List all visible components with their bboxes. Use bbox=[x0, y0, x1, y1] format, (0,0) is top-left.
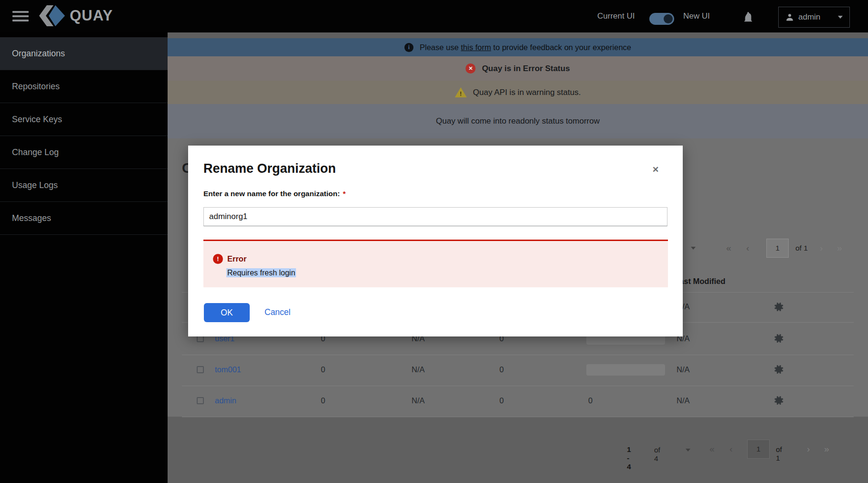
readonly-status-text: Quay will come into readonly status tomo… bbox=[436, 116, 600, 126]
org-name-input[interactable] bbox=[203, 207, 667, 226]
sidebar-item-change-log[interactable]: Change Log bbox=[0, 136, 168, 169]
per-page-caret-icon[interactable] bbox=[686, 449, 690, 452]
gear-icon[interactable] bbox=[772, 363, 784, 376]
feedback-text-suffix: to provide feedback on your experience bbox=[493, 43, 631, 52]
quay-logo-icon bbox=[39, 5, 65, 26]
required-asterisk: * bbox=[340, 189, 346, 198]
gear-icon[interactable] bbox=[772, 332, 784, 345]
chevron-down-icon bbox=[838, 16, 843, 19]
gear-icon[interactable] bbox=[772, 301, 784, 313]
na-cell: N/A bbox=[412, 365, 425, 374]
feedback-banner: i Please use this form to provide feedba… bbox=[168, 38, 868, 56]
warning-status-banner: ! Quay API is in warning status. bbox=[168, 81, 868, 104]
na-cell: N/A bbox=[412, 396, 425, 405]
sidebar-item-usage-logs[interactable]: Usage Logs bbox=[0, 169, 168, 202]
bell-icon[interactable] bbox=[743, 11, 753, 24]
exclamation-circle-icon: ! bbox=[213, 254, 223, 264]
info-icon: i bbox=[404, 43, 413, 52]
warning-status-text: Quay API is in warning status. bbox=[473, 88, 581, 97]
user-icon bbox=[785, 13, 794, 21]
alert-message: Requires fresh login bbox=[226, 269, 296, 277]
sidebar-item-messages[interactable]: Messages bbox=[0, 202, 168, 235]
last-modified-cell: N/A bbox=[677, 365, 690, 374]
alert-title: Error bbox=[227, 254, 246, 263]
warning-triangle-icon: ! bbox=[455, 87, 467, 97]
sidebar-item-organizations[interactable]: Organizations bbox=[0, 37, 168, 70]
times-circle-icon: ✕ bbox=[466, 63, 476, 74]
first-page-icon[interactable]: « bbox=[709, 444, 715, 454]
first-page-icon[interactable]: « bbox=[726, 243, 731, 253]
next-page-icon[interactable]: › bbox=[807, 444, 810, 454]
modal-title: Rename Organization bbox=[203, 161, 336, 176]
cancel-button[interactable]: Cancel bbox=[265, 307, 290, 317]
readonly-status-banner: Quay will come into readonly status tomo… bbox=[168, 104, 868, 138]
page-count-label: of 1 bbox=[795, 244, 808, 252]
repo-count-cell: 0 bbox=[321, 365, 325, 374]
last-modified-cell: N/A bbox=[677, 396, 690, 405]
gear-icon[interactable] bbox=[772, 394, 784, 407]
prev-page-icon[interactable]: ‹ bbox=[730, 444, 732, 454]
org-link[interactable]: admin bbox=[215, 396, 236, 405]
username: admin bbox=[798, 12, 820, 22]
row-checkbox[interactable] bbox=[197, 366, 204, 373]
ui-switch-toggle[interactable] bbox=[649, 13, 674, 25]
hamburger-menu-icon[interactable] bbox=[12, 11, 29, 21]
page-number-input[interactable]: 1 bbox=[747, 440, 770, 459]
next-page-icon[interactable]: › bbox=[820, 243, 823, 253]
member-count-cell: 0 bbox=[499, 365, 504, 374]
rename-organization-modal: Rename Organization ✕ Enter a new name f… bbox=[188, 146, 683, 336]
feedback-form-link[interactable]: this form bbox=[461, 43, 491, 52]
new-ui-label: New UI bbox=[683, 11, 710, 21]
top-header: QUAY Current UI New UI admin bbox=[0, 0, 868, 32]
sidebar-item-service-keys[interactable]: Service Keys bbox=[0, 103, 168, 136]
user-menu[interactable]: admin bbox=[778, 7, 850, 28]
close-icon[interactable]: ✕ bbox=[652, 165, 659, 175]
range-label: 1 - 4 bbox=[627, 445, 631, 471]
redacted-value bbox=[586, 364, 665, 376]
brand-name: QUAY bbox=[70, 7, 113, 24]
repo-count-cell: 0 bbox=[321, 396, 325, 405]
org-link[interactable]: tom001 bbox=[215, 365, 241, 374]
quay-logo[interactable]: QUAY bbox=[39, 5, 113, 26]
prev-page-icon[interactable]: ‹ bbox=[746, 243, 749, 253]
feedback-text-prefix: Please use bbox=[420, 43, 459, 52]
error-alert: ! Error Requires fresh login bbox=[203, 240, 668, 287]
last-page-icon[interactable]: » bbox=[837, 243, 842, 253]
member-count-cell: 0 bbox=[499, 396, 504, 405]
sidebar-nav: Organizations Repositories Service Keys … bbox=[0, 32, 168, 483]
field-label: Enter a new name for the organization:* bbox=[203, 189, 346, 198]
error-status-banner: ✕ Quay is in Error Status bbox=[168, 56, 868, 81]
per-page-caret-icon[interactable] bbox=[691, 247, 696, 250]
last-page-icon[interactable]: » bbox=[824, 444, 829, 454]
current-ui-label: Current UI bbox=[597, 11, 635, 21]
quota-cell: 0 bbox=[588, 396, 593, 405]
ok-button[interactable]: OK bbox=[204, 303, 250, 322]
toggle-knob bbox=[664, 14, 673, 23]
page-number-input[interactable]: 1 bbox=[766, 239, 789, 258]
row-checkbox[interactable] bbox=[197, 397, 204, 404]
total-label: of 4 bbox=[654, 446, 660, 463]
sidebar-item-repositories[interactable]: Repositories bbox=[0, 70, 168, 103]
page-count-label: of 1 bbox=[776, 445, 782, 462]
error-status-text: Quay is in Error Status bbox=[482, 64, 570, 74]
